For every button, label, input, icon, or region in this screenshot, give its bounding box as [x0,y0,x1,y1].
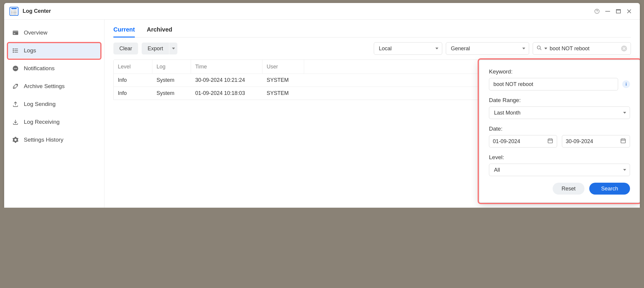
export-button[interactable]: Export [142,43,169,54]
sidebar-item-log-receiving[interactable]: Log Receiving [8,114,101,130]
svg-point-24 [15,68,16,69]
upload-icon [12,101,19,108]
level-value: All [494,167,500,173]
sidebar-item-archive-settings[interactable]: Archive Settings [8,79,101,94]
svg-point-21 [13,52,14,52]
level-dropdown[interactable]: All [489,164,630,176]
tab-archived[interactable]: Archived [147,25,172,37]
gear-icon [12,136,19,143]
svg-rect-15 [14,33,15,34]
maximize-button[interactable] [613,6,624,17]
svg-rect-10 [605,11,610,12]
svg-point-20 [13,50,14,51]
sidebar-item-overview[interactable]: Overview [8,25,101,40]
cell-user: SYSTEM [262,77,304,83]
close-button[interactable] [624,6,634,17]
sidebar-item-logs[interactable]: Logs [8,43,101,58]
sidebar-item-label: Archive Settings [24,83,65,90]
sidebar-item-label: Log Receiving [24,119,60,125]
sidebar-item-label: Overview [24,29,47,36]
date-range-value: Last Month [494,110,520,116]
clear-search-icon[interactable] [621,46,627,51]
svg-point-2 [12,10,12,11]
svg-point-29 [537,46,540,49]
chevron-down-icon [623,112,626,114]
download-icon [12,118,19,126]
main-panel: Current Archived Clear Export Local Gene… [104,20,640,208]
date-to-value: 30-09-2024 [566,138,593,145]
cell-log: System [152,77,191,83]
svg-rect-14 [13,31,18,32]
cell-level: Info [114,90,152,96]
col-user[interactable]: User [262,60,304,73]
svg-point-9 [597,12,597,13]
cell-level: Info [114,77,152,83]
sidebar-item-label: Log Sending [24,101,56,107]
svg-rect-5 [13,12,17,13]
minimize-button[interactable] [602,6,613,17]
chevron-down-icon [435,48,438,49]
search-box[interactable] [533,42,631,55]
reset-button[interactable]: Reset [553,183,584,195]
svg-point-25 [16,68,17,69]
svg-rect-35 [621,139,626,143]
search-button[interactable]: Search [589,183,630,195]
category-dropdown[interactable]: General [446,42,529,55]
toolbar: Clear Export Local General [113,37,631,60]
svg-rect-3 [13,11,17,11]
sidebar-item-label: Notifications [24,65,55,72]
chevron-down-icon [623,169,626,171]
keyword-input[interactable] [489,78,618,90]
notifications-icon [12,65,19,72]
source-selected: Local [379,46,392,52]
cell-time: 01-09-2024 10:18:03 [191,90,262,96]
search-input[interactable] [550,46,619,52]
col-time[interactable]: Time [191,60,262,73]
list-icon [12,47,19,54]
sidebar: Overview Logs Notifications [4,20,104,208]
svg-point-23 [14,68,15,69]
svg-point-4 [12,12,12,13]
search-icon [537,45,542,52]
date-range-dropdown[interactable]: Last Month [489,107,630,119]
calendar-icon [620,138,626,145]
source-dropdown[interactable]: Local [374,42,442,55]
date-to-input[interactable]: 30-09-2024 [562,135,630,148]
category-selected: General [451,46,470,52]
tab-bar: Current Archived [113,25,631,37]
svg-rect-7 [13,14,17,14]
svg-point-6 [12,13,12,14]
sidebar-item-settings-history[interactable]: Settings History [8,132,101,148]
tab-current[interactable]: Current [113,25,135,37]
export-caret[interactable] [169,43,177,54]
svg-line-30 [540,48,541,50]
app-window: Log Center Overview [4,3,640,208]
calendar-icon [547,138,553,145]
keyword-label: Keyword: [489,68,630,75]
clear-button[interactable]: Clear [113,43,138,54]
info-icon[interactable]: i [622,80,630,88]
svg-rect-1 [11,8,17,9]
help-button[interactable] [592,6,602,17]
advanced-search-popover: Keyword: i Date Range: Last Month Date: [479,60,640,203]
svg-rect-31 [548,139,553,143]
app-title: Log Center [23,8,51,14]
sidebar-item-label: Logs [24,47,36,54]
date-range-label: Date Range: [489,97,630,104]
cell-user: SYSTEM [262,90,304,96]
cell-time: 30-09-2024 10:21:24 [191,77,262,83]
tools-icon [12,83,19,90]
svg-point-26 [17,84,18,85]
sidebar-item-label: Settings History [24,137,63,143]
date-from-input[interactable]: 01-09-2024 [489,135,557,148]
col-level[interactable]: Level [114,60,152,73]
cell-log: System [152,90,191,96]
chevron-down-icon [172,48,175,49]
date-from-value: 01-09-2024 [493,138,520,145]
sidebar-item-notifications[interactable]: Notifications [8,61,101,76]
chevron-down-icon [522,48,525,49]
col-log[interactable]: Log [152,60,191,73]
export-split-button: Export [142,43,177,54]
svg-point-19 [13,48,14,49]
sidebar-item-log-sending[interactable]: Log Sending [8,96,101,112]
